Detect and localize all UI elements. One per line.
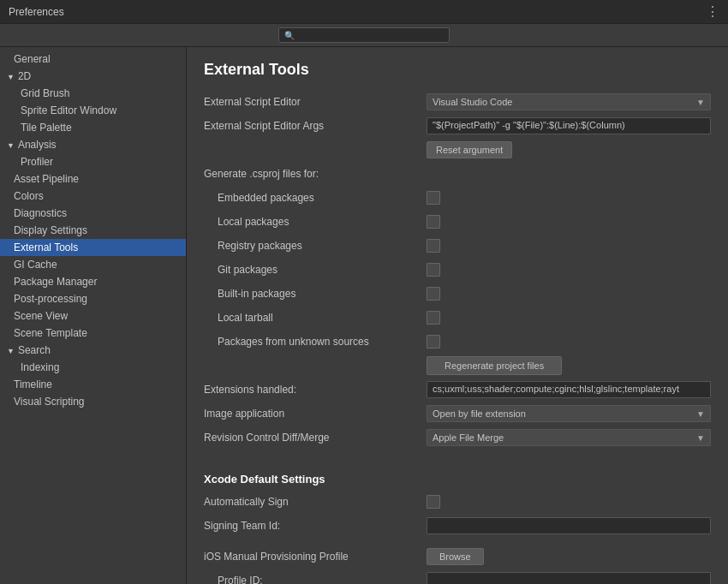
external-script-editor-dropdown[interactable]: Visual Studio Code ▼ xyxy=(427,93,711,110)
ios-browse-button[interactable]: Browse xyxy=(427,548,484,565)
embedded-packages-row: Embedded packages xyxy=(204,188,711,207)
external-script-editor-args-value: "$(ProjectPath)" -g "$(File)":$(Line):$(… xyxy=(427,117,711,134)
sidebar-item-gi-cache[interactable]: GI Cache xyxy=(0,256,186,273)
sidebar-item-post-processing[interactable]: Post-processing xyxy=(0,290,186,307)
image-application-arrow-icon: ▼ xyxy=(696,409,705,419)
auto-sign-checkbox[interactable] xyxy=(427,495,440,509)
git-packages-checkbox[interactable] xyxy=(427,263,440,277)
auto-sign-label: Automatically Sign xyxy=(204,496,427,508)
image-application-row: Image application Open by file extension… xyxy=(204,404,711,423)
window-title: Preferences xyxy=(9,6,706,18)
extensions-handled-label: Extensions handled: xyxy=(204,384,427,396)
local-tarball-checkbox[interactable] xyxy=(427,311,440,325)
ios-provisioning-row: iOS Manual Provisioning Profile Browse xyxy=(204,547,711,566)
generate-csproj-row: Generate .csproj files for: xyxy=(204,164,711,183)
local-tarball-label: Local tarball xyxy=(204,312,427,324)
extensions-handled-value: cs;uxml;uss;shader;compute;cginc;hlsl;gl… xyxy=(427,381,711,398)
auto-sign-row: Automatically Sign xyxy=(204,492,711,511)
main-area: General ▼2D Grid Brush Sprite Editor Win… xyxy=(0,47,728,584)
external-script-editor-value: Visual Studio Code xyxy=(433,97,512,107)
embedded-packages-label: Embedded packages xyxy=(204,192,427,204)
local-tarball-row: Local tarball xyxy=(204,308,711,327)
image-application-dropdown[interactable]: Open by file extension ▼ xyxy=(427,405,711,422)
signing-team-id-label: Signing Team Id: xyxy=(204,520,427,532)
registry-packages-label: Registry packages xyxy=(204,240,427,252)
builtin-packages-row: Built-in packages xyxy=(204,284,711,303)
ios-profile-id-row: Profile ID: xyxy=(204,571,711,584)
revision-control-value: Apple File Merge xyxy=(433,432,504,443)
builtin-packages-label: Built-in packages xyxy=(204,288,427,300)
sidebar-item-tile-palette[interactable]: Tile Palette xyxy=(0,119,186,136)
git-packages-label: Git packages xyxy=(204,264,427,276)
page-title: External Tools xyxy=(204,61,711,79)
sidebar-item-timeline[interactable]: Timeline xyxy=(0,376,186,393)
sidebar-item-grid-brush[interactable]: Grid Brush xyxy=(0,85,186,102)
sidebar-item-scene-view[interactable]: Scene View xyxy=(0,307,186,325)
image-application-value: Open by file extension xyxy=(433,408,526,419)
xcode-section-title: Xcode Default Settings xyxy=(204,473,711,486)
sidebar-item-indexing[interactable]: Indexing xyxy=(0,359,186,376)
unknown-sources-label: Packages from unknown sources xyxy=(204,336,427,348)
sidebar-item-scene-template[interactable]: Scene Template xyxy=(0,325,186,342)
revision-control-arrow-icon: ▼ xyxy=(696,433,705,443)
search-input[interactable] xyxy=(298,30,444,40)
content-area: External Tools External Script Editor Vi… xyxy=(187,47,728,584)
registry-packages-checkbox[interactable] xyxy=(427,239,440,253)
revision-control-row: Revision Control Diff/Merge Apple File M… xyxy=(204,428,711,447)
sidebar: General ▼2D Grid Brush Sprite Editor Win… xyxy=(0,47,187,584)
regenerate-row: Regenerate project files xyxy=(204,356,711,375)
revision-control-dropdown[interactable]: Apple File Merge ▼ xyxy=(427,429,711,446)
sidebar-item-display-settings[interactable]: Display Settings xyxy=(0,222,186,239)
extensions-handled-row: Extensions handled: cs;uxml;uss;shader;c… xyxy=(204,380,711,399)
local-packages-label: Local packages xyxy=(204,216,427,228)
external-script-editor-label: External Script Editor xyxy=(204,96,427,108)
local-packages-row: Local packages xyxy=(204,212,711,231)
ios-profile-id-label: Profile ID: xyxy=(204,575,427,584)
sidebar-item-2d[interactable]: ▼2D xyxy=(0,68,186,85)
sidebar-item-package-manager[interactable]: Package Manager xyxy=(0,273,186,290)
regenerate-button[interactable]: Regenerate project files xyxy=(427,356,562,375)
sidebar-item-colors[interactable]: Colors xyxy=(0,188,186,205)
search-wrapper: 🔍 xyxy=(278,27,450,43)
sidebar-item-sprite-editor-window[interactable]: Sprite Editor Window xyxy=(0,102,186,119)
external-script-editor-args-row: External Script Editor Args "$(ProjectPa… xyxy=(204,116,711,135)
embedded-packages-checkbox[interactable] xyxy=(427,191,440,205)
sidebar-item-analysis[interactable]: ▼Analysis xyxy=(0,136,186,153)
external-script-editor-row: External Script Editor Visual Studio Cod… xyxy=(204,92,711,111)
registry-packages-row: Registry packages xyxy=(204,236,711,255)
sidebar-item-search[interactable]: ▼Search xyxy=(0,342,186,359)
sidebar-item-visual-scripting[interactable]: Visual Scripting xyxy=(0,393,186,410)
reset-argument-row: Reset argument xyxy=(204,140,711,159)
menu-icon[interactable]: ⋮ xyxy=(706,3,719,20)
search-bar: 🔍 xyxy=(0,24,728,47)
local-packages-checkbox[interactable] xyxy=(427,215,440,229)
builtin-packages-checkbox[interactable] xyxy=(427,287,440,301)
generate-csproj-label: Generate .csproj files for: xyxy=(204,168,427,180)
git-packages-row: Git packages xyxy=(204,260,711,279)
external-script-editor-args-label: External Script Editor Args xyxy=(204,120,427,132)
dropdown-arrow-icon: ▼ xyxy=(696,98,705,107)
ios-profile-id-input[interactable] xyxy=(427,572,711,584)
search-icon: 🔍 xyxy=(284,31,295,40)
sidebar-item-general[interactable]: General xyxy=(0,51,186,68)
image-application-label: Image application xyxy=(204,408,427,420)
signing-team-id-input[interactable] xyxy=(427,517,711,534)
sidebar-item-profiler[interactable]: Profiler xyxy=(0,153,186,170)
revision-control-label: Revision Control Diff/Merge xyxy=(204,432,427,444)
sidebar-item-diagnostics[interactable]: Diagnostics xyxy=(0,205,186,222)
sidebar-item-external-tools[interactable]: External Tools xyxy=(0,239,186,256)
title-bar: Preferences ⋮ xyxy=(0,0,728,24)
ios-provisioning-label: iOS Manual Provisioning Profile xyxy=(204,551,427,563)
unknown-sources-row: Packages from unknown sources xyxy=(204,332,711,351)
reset-argument-button[interactable]: Reset argument xyxy=(427,141,512,158)
unknown-sources-checkbox[interactable] xyxy=(427,335,440,349)
sidebar-item-asset-pipeline[interactable]: Asset Pipeline xyxy=(0,170,186,188)
signing-team-id-row: Signing Team Id: xyxy=(204,516,711,535)
